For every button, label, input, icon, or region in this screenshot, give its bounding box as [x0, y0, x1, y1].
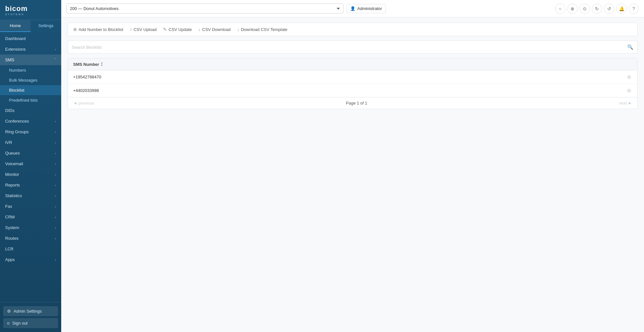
- csv-update-button[interactable]: ✎ CSV Update: [163, 27, 192, 32]
- main-content: 200 — Donut Automotives 👤 Administrator …: [61, 0, 644, 332]
- sidebar-bottom: ⚙ Admin Settings ⎋ Sign out: [0, 302, 61, 332]
- refresh2-icon-btn[interactable]: ↺: [604, 4, 614, 14]
- sidebar-item-dids[interactable]: DIDs: [0, 105, 61, 116]
- sidebar-item-extensions[interactable]: Extensions ›: [0, 44, 61, 55]
- action-bar: ⊕ Add Number to Blocklist ↑ CSV Upload ✎…: [68, 23, 638, 36]
- csv-update-label: CSV Update: [168, 27, 192, 32]
- sidebar-item-reports[interactable]: Reports ›: [0, 180, 61, 190]
- table-header: SMS Number ▲▼: [68, 58, 637, 70]
- chevron-right-icon: ›: [55, 47, 56, 51]
- content-area: ⊕ Add Number to Blocklist ↑ CSV Upload ✎…: [61, 17, 644, 332]
- user-label: Administrator: [357, 6, 382, 11]
- topbar: 200 — Donut Automotives 👤 Administrator …: [61, 0, 644, 17]
- tenant-select[interactable]: 200 — Donut Automotives: [66, 4, 343, 14]
- earth-icon-btn[interactable]: ⊙: [580, 4, 590, 14]
- sidebar-subitem-predefined-lists[interactable]: Predefined lists: [0, 95, 61, 105]
- edit-icon: ✎: [163, 27, 167, 32]
- phone-number-2: +4402033998: [73, 88, 99, 93]
- admin-settings-label: Admin Settings: [14, 309, 42, 314]
- chevron-right-icon: ›: [55, 215, 56, 219]
- globe-icon-btn[interactable]: ⊕: [567, 4, 578, 14]
- download-template-label: Download CSV Template: [241, 27, 287, 32]
- sidebar-item-queues[interactable]: Queues ›: [0, 148, 61, 158]
- chevron-right-icon: ›: [55, 236, 56, 240]
- refresh1-icon-btn[interactable]: ↻: [592, 4, 602, 14]
- sidebar-item-ring-groups[interactable]: Ring Groups ›: [0, 126, 61, 137]
- gear-icon: ⚙: [7, 309, 11, 314]
- chevron-right-icon: ›: [55, 151, 56, 155]
- sign-out-button[interactable]: ⎋ Sign out: [3, 318, 58, 328]
- add-number-label: Add Number to Blocklist: [79, 27, 123, 32]
- chevron-right-icon: ›: [55, 130, 56, 134]
- logo-text: bicom: [5, 5, 56, 13]
- chevron-right-icon: ›: [55, 226, 56, 230]
- sidebar-item-system[interactable]: System ›: [0, 222, 61, 233]
- data-table: SMS Number ▲▼ +19542788470 ⊗ +4402033998…: [68, 58, 638, 97]
- sidebar-item-apps[interactable]: Apps ›: [0, 254, 61, 265]
- nav-tabs: Home Settings: [0, 20, 61, 32]
- topbar-icons: ○ ⊕ ⊙ ↻ ↺ 🔔 ?: [555, 4, 639, 14]
- phone-number-1: +19542788470: [73, 75, 101, 79]
- sign-out-label: Sign out: [12, 321, 28, 326]
- sidebar-item-monitor[interactable]: Monitor ›: [0, 169, 61, 180]
- csv-upload-label: CSV Upload: [134, 27, 157, 32]
- csv-upload-button[interactable]: ↑ CSV Upload: [130, 27, 157, 32]
- clock-icon-btn[interactable]: ○: [555, 4, 565, 14]
- table-row: +19542788470 ⊗: [68, 70, 637, 84]
- sidebar-item-lcr[interactable]: LCR: [0, 244, 61, 254]
- chevron-right-icon: ›: [55, 141, 56, 145]
- add-number-button[interactable]: ⊕ Add Number to Blocklist: [73, 27, 123, 32]
- pagination-bar: ◄ previous Page 1 of 1 next ►: [68, 97, 638, 109]
- chevron-down-icon: ˅: [54, 58, 56, 62]
- sort-icons[interactable]: ▲▼: [101, 62, 103, 67]
- previous-page-button[interactable]: ◄ previous: [73, 101, 94, 106]
- delete-row-2-button[interactable]: ⊗: [626, 87, 632, 94]
- table-row: +4402033998 ⊗: [68, 84, 637, 97]
- sidebar-nav: Dashboard Extensions › SMS ˅ Numbers Bul…: [0, 32, 61, 302]
- chevron-right-icon: ›: [55, 205, 56, 208]
- chevron-right-icon: ›: [55, 183, 56, 187]
- bell-icon-btn[interactable]: 🔔: [616, 4, 627, 14]
- download-template-button[interactable]: ↓ Download CSV Template: [237, 27, 287, 32]
- sidebar: bicom SYSTEMS Home Settings Dashboard Ex…: [0, 0, 61, 332]
- admin-settings-button[interactable]: ⚙ Admin Settings: [3, 306, 58, 316]
- sidebar-item-voicemail[interactable]: Voicemail ›: [0, 158, 61, 169]
- page-info: Page 1 of 1: [346, 101, 368, 106]
- search-icon: 🔍: [627, 44, 633, 50]
- sidebar-subitem-numbers[interactable]: Numbers: [0, 65, 61, 75]
- tab-home[interactable]: Home: [0, 20, 31, 32]
- sidebar-item-dashboard[interactable]: Dashboard: [0, 33, 61, 44]
- search-bar: 🔍: [68, 41, 638, 54]
- logo-sub: SYSTEMS: [5, 13, 56, 16]
- user-icon: 👤: [350, 6, 355, 11]
- chevron-right-icon: ›: [55, 162, 56, 166]
- next-page-button[interactable]: next ►: [619, 101, 632, 106]
- csv-download-button[interactable]: ↓ CSV Download: [198, 27, 231, 32]
- chevron-right-icon: ›: [55, 194, 56, 198]
- signout-icon: ⎋: [7, 321, 10, 326]
- sidebar-item-statistics[interactable]: Statistics ›: [0, 190, 61, 201]
- plus-icon: ⊕: [73, 27, 77, 32]
- sidebar-item-conferences[interactable]: Conferences ›: [0, 116, 61, 126]
- tab-settings[interactable]: Settings: [31, 20, 61, 32]
- upload-icon: ↑: [130, 27, 132, 32]
- sidebar-item-routes[interactable]: Routes ›: [0, 233, 61, 244]
- download-icon: ↓: [198, 27, 201, 32]
- download-template-icon: ↓: [237, 27, 239, 32]
- delete-row-1-button[interactable]: ⊗: [626, 74, 632, 80]
- csv-download-label: CSV Download: [202, 27, 231, 32]
- sidebar-subitem-blocklist[interactable]: Blocklist: [0, 85, 61, 95]
- sidebar-item-ivr[interactable]: IVR ›: [0, 137, 61, 148]
- sidebar-item-fax[interactable]: Fax ›: [0, 201, 61, 212]
- chevron-right-icon: ›: [55, 119, 56, 123]
- sidebar-item-crm[interactable]: CRM ›: [0, 212, 61, 222]
- sidebar-item-sms[interactable]: SMS ˅: [0, 55, 61, 65]
- sms-number-column-header[interactable]: SMS Number: [73, 62, 99, 67]
- sidebar-logo: bicom SYSTEMS: [0, 0, 61, 20]
- chevron-right-icon: ›: [55, 173, 56, 176]
- sidebar-subitem-bulk-messages[interactable]: Bulk Messages: [0, 75, 61, 85]
- user-menu[interactable]: 👤 Administrator: [347, 4, 386, 13]
- search-input[interactable]: [72, 45, 627, 50]
- chevron-right-icon: ›: [55, 258, 56, 262]
- help-icon-btn[interactable]: ?: [629, 4, 639, 14]
